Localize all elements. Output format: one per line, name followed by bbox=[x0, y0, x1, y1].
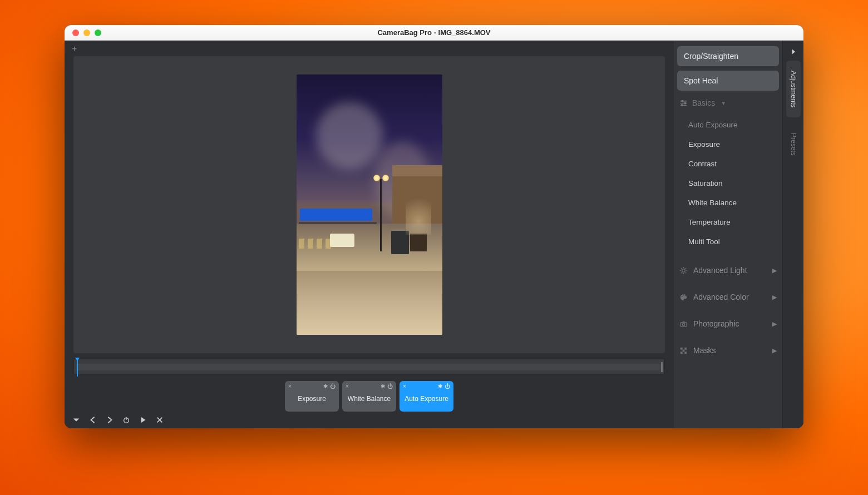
collapse-panel-button[interactable] bbox=[790, 48, 797, 55]
cat-label: Photographic bbox=[693, 319, 739, 328]
tab-adjustments[interactable]: Adjustments bbox=[786, 61, 801, 117]
section-masks[interactable]: Masks ▶ bbox=[677, 339, 779, 362]
item-multi-tool[interactable]: Multi Tool bbox=[677, 233, 779, 250]
spot-heal-button[interactable]: Spot Heal bbox=[677, 71, 779, 91]
svg-rect-25 bbox=[684, 352, 687, 354]
chip-label: White Balance bbox=[348, 395, 391, 403]
svg-point-8 bbox=[684, 102, 686, 104]
titlebar: CameraBag Pro - IMG_8864.MOV bbox=[65, 25, 803, 41]
chip-white-balance[interactable]: × ✱ ⏻ White Balance bbox=[342, 381, 396, 412]
chip-close-icon[interactable]: × bbox=[346, 383, 349, 390]
zoom-window-icon[interactable] bbox=[95, 29, 101, 36]
palette-icon bbox=[679, 293, 688, 301]
sun-icon bbox=[679, 266, 688, 275]
section-basics-label: Basics bbox=[692, 98, 715, 107]
item-contrast[interactable]: Contrast bbox=[677, 155, 779, 172]
svg-line-17 bbox=[681, 272, 682, 273]
tab-bar: ＋ bbox=[65, 41, 674, 56]
timeline[interactable] bbox=[73, 359, 665, 374]
timeline-end-icon bbox=[661, 362, 663, 372]
side-panel: Crop/Straighten Spot Heal Basics ▼ Auto … bbox=[674, 41, 782, 428]
chip-pin-icon[interactable]: ✱ bbox=[381, 383, 385, 390]
app-body: ＋ bbox=[65, 41, 803, 428]
chip-power-icon[interactable]: ⏻ bbox=[387, 383, 393, 390]
chevron-right-icon: ▶ bbox=[772, 267, 777, 274]
chip-exposure[interactable]: × ✱ ⏻ Exposure bbox=[285, 381, 339, 412]
item-saturation[interactable]: Saturation bbox=[677, 175, 779, 192]
item-temperature[interactable]: Temperature bbox=[677, 214, 779, 231]
svg-line-16 bbox=[685, 272, 686, 273]
svg-rect-24 bbox=[680, 352, 683, 354]
playhead-icon[interactable] bbox=[75, 358, 79, 377]
checker-icon bbox=[679, 346, 688, 355]
minimize-window-icon[interactable] bbox=[83, 29, 90, 36]
play-button[interactable] bbox=[139, 416, 147, 424]
item-white-balance[interactable]: White Balance bbox=[677, 194, 779, 211]
chevron-down-icon: ▼ bbox=[721, 100, 726, 106]
main-area: ＋ bbox=[65, 41, 674, 428]
chip-auto-exposure[interactable]: × ✱ ⏻ Auto Exposure bbox=[400, 381, 453, 412]
chip-power-icon[interactable]: ⏻ bbox=[330, 383, 336, 390]
svg-point-10 bbox=[682, 269, 685, 272]
svg-line-15 bbox=[681, 268, 682, 268]
chip-label: Exposure bbox=[298, 395, 326, 403]
svg-line-18 bbox=[685, 268, 686, 268]
edge-tabs: Adjustments Presets bbox=[782, 41, 803, 428]
prev-button[interactable] bbox=[89, 416, 97, 424]
section-basics[interactable]: Basics ▼ bbox=[677, 95, 779, 111]
svg-point-20 bbox=[682, 323, 684, 325]
timeline-area bbox=[65, 353, 674, 378]
close-window-icon[interactable] bbox=[72, 29, 79, 36]
cat-label: Masks bbox=[693, 346, 716, 355]
crop-straighten-button[interactable]: Crop/Straighten bbox=[677, 46, 779, 66]
power-button[interactable] bbox=[122, 416, 130, 424]
app-window: CameraBag Pro - IMG_8864.MOV ＋ bbox=[65, 25, 803, 428]
window-title: CameraBag Pro - IMG_8864.MOV bbox=[65, 28, 803, 37]
item-auto-exposure[interactable]: Auto Exposure bbox=[677, 116, 779, 133]
section-photographic[interactable]: Photographic ▶ bbox=[677, 313, 779, 335]
chevron-right-icon: ▶ bbox=[772, 294, 777, 301]
svg-point-7 bbox=[682, 100, 683, 102]
next-button[interactable] bbox=[106, 416, 114, 424]
menu-down-button[interactable] bbox=[72, 416, 80, 424]
chevron-right-icon: ▶ bbox=[772, 320, 777, 328]
cat-label: Advanced Light bbox=[693, 266, 747, 275]
sliders-icon bbox=[679, 99, 688, 107]
svg-point-9 bbox=[681, 104, 683, 106]
chip-power-icon[interactable]: ⏻ bbox=[445, 383, 450, 390]
svg-rect-23 bbox=[683, 349, 685, 352]
clear-button[interactable] bbox=[156, 416, 164, 424]
camera-icon bbox=[679, 320, 688, 328]
transport-controls bbox=[65, 415, 674, 428]
traffic-lights bbox=[72, 29, 101, 36]
add-tab-button[interactable]: ＋ bbox=[70, 43, 78, 54]
chip-close-icon[interactable]: × bbox=[288, 383, 292, 390]
image-viewer[interactable] bbox=[73, 56, 665, 353]
preview-image bbox=[297, 75, 442, 335]
svg-rect-22 bbox=[684, 347, 687, 349]
chip-pin-icon[interactable]: ✱ bbox=[323, 383, 328, 390]
adjustment-chips: × ✱ ⏻ Exposure × ✱ ⏻ White Balance bbox=[65, 378, 674, 415]
cat-label: Advanced Color bbox=[693, 293, 749, 301]
tab-presets[interactable]: Presets bbox=[786, 123, 801, 166]
chevron-right-icon: ▶ bbox=[772, 347, 777, 354]
chip-label: Auto Exposure bbox=[405, 395, 448, 403]
basics-items: Auto Exposure Exposure Contrast Saturati… bbox=[677, 115, 779, 255]
item-exposure[interactable]: Exposure bbox=[677, 136, 779, 153]
chip-close-icon[interactable]: × bbox=[403, 383, 406, 390]
svg-rect-21 bbox=[680, 347, 683, 349]
chip-pin-icon[interactable]: ✱ bbox=[438, 383, 442, 390]
section-advanced-light[interactable]: Advanced Light ▶ bbox=[677, 259, 779, 281]
section-advanced-color[interactable]: Advanced Color ▶ bbox=[677, 286, 779, 308]
